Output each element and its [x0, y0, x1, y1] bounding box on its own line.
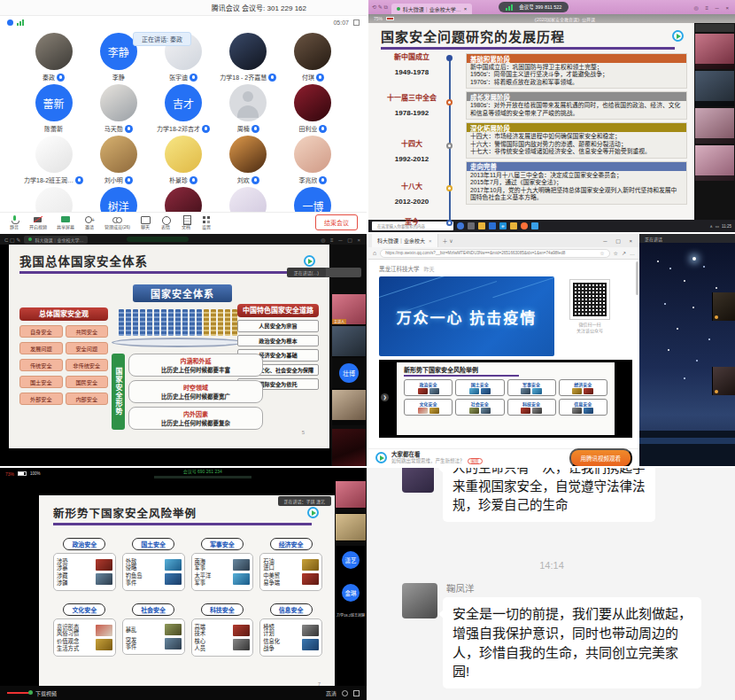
- system-tray[interactable]: ∧▭11:25: [710, 224, 732, 229]
- video-thumbnail[interactable]: [695, 108, 734, 144]
- task-view-icon[interactable]: [468, 222, 475, 229]
- invite-button[interactable]: 邀请: [84, 215, 95, 229]
- nav-icons[interactable]: C ▢ ✎: [4, 237, 20, 243]
- watch-tag[interactable]: 围观: [468, 458, 483, 465]
- video-thumbnail[interactable]: [332, 429, 366, 466]
- browser-tab[interactable]: 科大微课｜业余校大学…: [24, 236, 88, 244]
- edge-icon[interactable]: e: [499, 222, 507, 229]
- lake-silhouette: [639, 431, 735, 466]
- manage-members-button[interactable]: 管理成员(26): [104, 215, 130, 229]
- stage-card: 深化拓展阶段十四大：市场经济发展进程中如何确保国家安全和稳定；十六大：警惕国际国…: [466, 122, 687, 158]
- photo-thumb: [302, 625, 319, 636]
- window-controls[interactable]: ◎ ≡ ─ ×: [694, 4, 732, 11]
- browser-tab[interactable]: 科大微课｜业余校大学…×: [391, 4, 473, 14]
- download-video-button[interactable]: 下载视频: [35, 689, 57, 697]
- video-thumbnail[interactable]: [712, 367, 735, 395]
- participant-tile[interactable]: 周楠: [216, 82, 281, 133]
- mic-badge-icon: [125, 176, 133, 184]
- chat-bubble: 人的生命只有一次，让我们携起手来重视国家安全，自觉遵守法律法规，珍爱自己的生命: [443, 468, 655, 522]
- video-thumbnail[interactable]: 壮博: [332, 358, 366, 388]
- meeting-number-pill: 会议号 399 811 522: [499, 2, 569, 12]
- video-thumbnail[interactable]: [332, 326, 366, 356]
- video-thumbnail[interactable]: [336, 514, 366, 541]
- video-thumbnail[interactable]: [695, 71, 734, 106]
- app-icon[interactable]: [531, 222, 538, 229]
- app-icon[interactable]: [489, 222, 496, 229]
- chat-panel: 人的生命只有一次，让我们携起手来重视国家安全，自觉遵守法律法规，珍爱自己的生命 …: [368, 468, 735, 700]
- video-thumbnail[interactable]: 主讲人: [332, 294, 366, 324]
- share-screen-button[interactable]: 共享屏幕: [57, 215, 74, 229]
- participant-tile[interactable]: 一博: [281, 184, 345, 213]
- firefox-icon[interactable]: [521, 222, 528, 229]
- more-icon[interactable]: …: [630, 251, 635, 256]
- participant-tile[interactable]: 朴景珍: [151, 133, 215, 184]
- favorites-icon[interactable]: ☆: [614, 250, 618, 256]
- chat-button[interactable]: 聊天: [140, 215, 151, 229]
- progress-bar[interactable]: [7, 692, 30, 694]
- share-icon[interactable]: ↗: [622, 250, 626, 256]
- embedded-video-player[interactable]: ❯ 新形势下国家安全风险举例 政治安全 国土安全 军事安全 经济安全 文化安全 …: [379, 360, 632, 438]
- settings-button[interactable]: 设置: [201, 215, 212, 229]
- participant-tile[interactable]: 付琪: [281, 30, 345, 82]
- mute-button[interactable]: 静音: [9, 215, 19, 229]
- participant-tile[interactable]: 田利业: [281, 82, 345, 133]
- participant-tile[interactable]: 树洋: [86, 184, 151, 213]
- close-tab-icon[interactable]: ×: [429, 238, 432, 244]
- system-slide: 我国总体国家安全体系 国家安全体系 总体国家安全观 自身安全共同安全 发展问题安…: [9, 245, 329, 448]
- participant-tile[interactable]: [151, 184, 215, 213]
- mic-badge-icon: [251, 176, 259, 184]
- scrollbar[interactable]: [636, 261, 638, 295]
- participant-tile[interactable]: 李兆欣: [281, 133, 345, 184]
- expand-arrow-icon[interactable]: ❯: [381, 393, 389, 401]
- participant-tile[interactable]: 蕾新陈蕾新: [21, 82, 86, 133]
- emoji-button[interactable]: 表情: [160, 215, 171, 229]
- close-tab-icon[interactable]: ×: [464, 6, 468, 12]
- bookmark-star-icon[interactable]: ☆: [600, 250, 604, 256]
- home-icon[interactable]: ⌂: [373, 250, 376, 256]
- participant-tile[interactable]: [21, 184, 86, 213]
- avatar[interactable]: [402, 468, 434, 493]
- risk-card: 社会安全暴乱突发 事件: [122, 600, 185, 657]
- video-thumbnail[interactable]: [695, 145, 734, 181]
- camera-button[interactable]: 开启视频: [29, 215, 47, 229]
- video-thumbnail[interactable]: [695, 34, 734, 69]
- window-controls[interactable]: ◎ ≡ ─ ▢ ×: [321, 237, 362, 243]
- speaker-video-feed[interactable]: 正在讲话: [639, 234, 735, 466]
- explorer-icon[interactable]: [510, 222, 517, 229]
- participant-tile[interactable]: 秦政: [21, 30, 86, 82]
- new-tab-button[interactable]: ＋ ∨: [443, 237, 453, 245]
- battery-percent: 75%: [374, 16, 383, 21]
- participant-tile[interactable]: [216, 184, 281, 213]
- video-thumbnail[interactable]: [712, 292, 735, 321]
- article-banner[interactable]: 万众一心 抗击疫情: [379, 276, 554, 356]
- nav-icons[interactable]: ⟲ ✎ ⧉: [372, 4, 388, 11]
- end-meeting-button[interactable]: 结束会议: [315, 214, 358, 230]
- participant-tile[interactable]: 刘欢: [216, 133, 281, 184]
- participant-tile[interactable]: 吉才力学18-2邓吉才: [151, 82, 215, 133]
- video-thumbnail[interactable]: [336, 481, 366, 508]
- meeting-clock: 05:07: [333, 19, 349, 26]
- browser-tab[interactable]: 科大微课｜业余校大×: [372, 234, 438, 247]
- docs-button[interactable]: 文档: [181, 215, 191, 229]
- video-thumbnail[interactable]: 潇艺: [336, 547, 366, 573]
- quality-button[interactable]: 高清: [326, 689, 337, 697]
- participant-name: 刘小明: [104, 175, 123, 184]
- fullscreen-icon[interactable]: [353, 19, 360, 26]
- participant-tile[interactable]: 力学18 - 2齐嘉慧: [216, 30, 281, 82]
- risk-card: 国土安全外敌 侵略钓鱼岛 事件: [122, 534, 185, 591]
- diagram-center-title: 国家安全体系: [133, 284, 232, 302]
- watch-on-tencent-button[interactable]: 用腾讯视频观看: [569, 448, 633, 467]
- window-controls[interactable]: ─ ▢ ×: [603, 237, 636, 244]
- folder-icon[interactable]: [478, 222, 485, 229]
- video-thumbnail[interactable]: 金琳: [336, 579, 366, 606]
- photo-thumb: [96, 573, 112, 585]
- video-thumbnail[interactable]: [332, 390, 366, 420]
- account-name[interactable]: 黑龙江科技大学: [379, 264, 420, 273]
- address-input[interactable]: https://mp.weixin.qq.com/s?__biz=MzIwMTE…: [380, 249, 609, 258]
- avatar[interactable]: [402, 583, 437, 618]
- participant-tile[interactable]: 力学18-2班王润…: [21, 133, 86, 184]
- participant-tile[interactable]: 马天勋: [86, 82, 151, 133]
- participant-tile[interactable]: 刘小明: [86, 133, 151, 184]
- settings-icon[interactable]: [342, 690, 348, 696]
- fullscreen-icon[interactable]: [353, 690, 360, 696]
